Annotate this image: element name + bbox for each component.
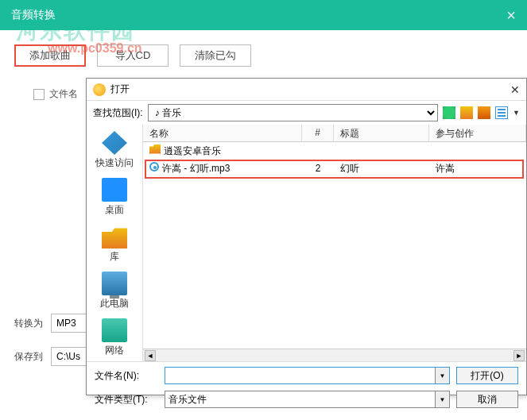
col-name[interactable]: 名称 <box>143 125 302 141</box>
sidebar-label: 此电脑 <box>100 297 129 310</box>
horizontal-scrollbar[interactable]: ◄ ► <box>143 349 526 361</box>
sidebar-item-desktop[interactable]: 桌面 <box>102 178 127 217</box>
scroll-left-icon[interactable]: ◄ <box>145 350 156 361</box>
filename-input-row: 文件名(N): ▼ 打开(O) <box>95 367 518 384</box>
import-cd-button[interactable]: 导入CD <box>97 44 169 67</box>
dialog-body: 快速访问 桌面 库 此电脑 网络 名称 # 标题 <box>87 125 526 361</box>
cancel-button[interactable]: 取消 <box>456 391 518 408</box>
dialog-footer: 文件名(N): ▼ 打开(O) 文件类型(T): 音乐文件 ▼ 取消 <box>87 361 526 413</box>
mp3-icon <box>149 162 159 171</box>
file-artist: 许嵩 <box>429 162 526 175</box>
network-icon <box>102 318 127 342</box>
file-area: 名称 # 标题 参与创作 逍遥安卓音乐 许嵩 - 幻听.mp3 2 幻听 许嵩 <box>142 125 526 361</box>
file-row-mp3[interactable]: 许嵩 - 幻听.mp3 2 幻听 许嵩 <box>143 160 526 177</box>
col-number[interactable]: # <box>302 125 334 141</box>
sidebar-item-quick[interactable]: 快速访问 <box>95 131 134 170</box>
filetype-combo[interactable]: 音乐文件 ▼ <box>165 391 450 408</box>
dialog-app-icon <box>93 83 106 96</box>
sidebar-label: 网络 <box>105 344 124 357</box>
filetype-value: 音乐文件 <box>169 393 207 407</box>
file-name: 逍遥安卓音乐 <box>164 145 221 156</box>
clear-checked-button[interactable]: 清除已勾 <box>180 44 251 67</box>
chevron-down-icon[interactable]: ▼ <box>435 391 449 407</box>
quick-access-icon <box>102 131 127 155</box>
scope-label: 查找范围(I): <box>93 106 143 120</box>
column-headers: 名称 # 标题 参与创作 <box>143 125 526 142</box>
add-song-button[interactable]: 添加歌曲 <box>14 44 86 67</box>
scroll-right-icon[interactable]: ► <box>513 350 525 361</box>
filename-input-label: 文件名(N): <box>95 369 158 383</box>
file-row-folder[interactable]: 逍遥安卓音乐 <box>143 142 526 160</box>
filetype-row: 文件类型(T): 音乐文件 ▼ 取消 <box>95 391 518 408</box>
scope-row: 查找范围(I): ♪ 音乐 ▼ <box>87 101 526 125</box>
new-folder-icon[interactable] <box>478 106 490 119</box>
folder-icon <box>149 144 161 154</box>
sidebar-label: 桌面 <box>105 203 124 217</box>
filename-combo[interactable]: ▼ <box>165 367 450 384</box>
sidebar-label: 库 <box>110 250 119 264</box>
file-name: 许嵩 - 幻听.mp3 <box>162 163 230 174</box>
open-dialog: 打开 ✕ 查找范围(I): ♪ 音乐 ▼ 快速访问 桌面 库 <box>86 78 527 395</box>
sidebar-item-network[interactable]: 网络 <box>102 318 127 357</box>
scope-select[interactable]: ♪ 音乐 <box>148 104 438 121</box>
pc-icon <box>102 272 127 295</box>
filetype-label: 文件类型(T): <box>95 393 158 407</box>
col-artist[interactable]: 参与创作 <box>429 125 526 141</box>
file-rows: 逍遥安卓音乐 许嵩 - 幻听.mp3 2 幻听 许嵩 <box>143 142 526 349</box>
nav-back-icon[interactable] <box>443 106 455 119</box>
dialog-title: 打开 <box>110 83 130 96</box>
chevron-down-icon[interactable]: ▼ <box>435 368 449 383</box>
main-header: 音频转换 × <box>0 0 527 30</box>
close-icon[interactable]: × <box>506 6 516 25</box>
filename-label: 文件名 <box>49 87 78 101</box>
library-icon <box>102 225 127 249</box>
main-title: 音频转换 <box>11 8 56 22</box>
col-title[interactable]: 标题 <box>334 125 429 141</box>
nav-up-icon[interactable] <box>460 106 473 119</box>
filename-checkbox[interactable] <box>33 89 45 100</box>
desktop-icon <box>102 178 127 202</box>
sidebar-item-library[interactable]: 库 <box>102 225 127 264</box>
toolbar: 添加歌曲 导入CD 清除已勾 <box>0 30 527 67</box>
view-mode-icon[interactable] <box>495 106 508 119</box>
sidebar-item-pc[interactable]: 此电脑 <box>100 272 129 310</box>
open-button[interactable]: 打开(O) <box>456 367 518 384</box>
view-dropdown-icon[interactable]: ▼ <box>513 109 520 117</box>
convert-label: 转换为 <box>14 317 43 330</box>
places-sidebar: 快速访问 桌面 库 此电脑 网络 <box>87 125 142 361</box>
dialog-titlebar: 打开 ✕ <box>87 79 526 101</box>
save-label: 保存到 <box>14 350 43 364</box>
dialog-close-icon[interactable]: ✕ <box>510 83 520 96</box>
file-title: 幻听 <box>334 162 429 175</box>
file-num: 2 <box>302 163 334 174</box>
sidebar-label: 快速访问 <box>95 156 134 170</box>
